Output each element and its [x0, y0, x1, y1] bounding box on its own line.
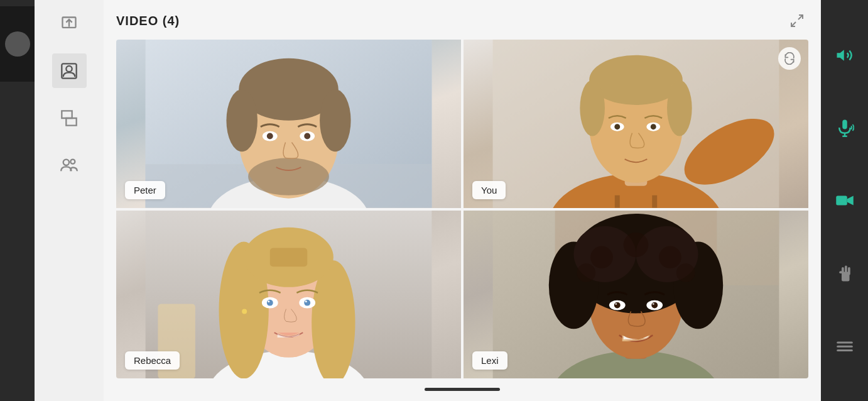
name-label-rebecca: Rebecca	[125, 351, 180, 370]
raise-hand-icon[interactable]	[829, 258, 860, 289]
svg-point-15	[226, 89, 258, 151]
svg-point-52	[242, 309, 247, 314]
video-camera-icon[interactable]	[829, 185, 860, 216]
svg-point-74	[653, 303, 654, 305]
svg-point-67	[659, 246, 681, 268]
upload-icon[interactable]	[52, 6, 87, 41]
svg-point-47	[267, 299, 273, 305]
svg-rect-45	[270, 248, 307, 266]
left-dark-sidebar	[0, 0, 35, 401]
main-video-area: VIDEO (4)	[104, 0, 821, 401]
name-label-lexi: Lexi	[472, 351, 507, 370]
svg-point-3	[66, 65, 72, 71]
svg-point-48	[268, 300, 269, 302]
right-sidebar	[821, 0, 868, 401]
camera-refresh-button[interactable]	[778, 47, 801, 70]
svg-rect-84	[848, 267, 850, 275]
fullscreen-button[interactable]	[786, 9, 808, 32]
svg-line-7	[791, 22, 796, 26]
avatar-area	[0, 6, 35, 82]
menu-icon[interactable]	[829, 330, 860, 361]
svg-rect-82	[842, 267, 844, 275]
svg-point-34	[614, 124, 620, 129]
svg-point-21	[304, 133, 310, 140]
svg-point-64	[577, 263, 595, 282]
svg-rect-79	[836, 195, 847, 205]
svg-point-36	[651, 124, 656, 129]
svg-rect-83	[845, 265, 847, 275]
video-cell-rebecca: Rebecca	[116, 211, 461, 379]
volume-icon[interactable]	[829, 40, 860, 71]
scroll-bar	[425, 388, 500, 391]
svg-point-4	[63, 159, 69, 165]
name-label-peter: Peter	[125, 181, 165, 199]
middle-sidebar	[35, 0, 104, 401]
svg-point-66	[624, 232, 649, 257]
svg-point-70	[614, 302, 621, 308]
chat-icon[interactable]	[52, 101, 87, 135]
scroll-indicator	[116, 378, 808, 395]
svg-point-73	[651, 302, 658, 308]
svg-point-5	[70, 159, 75, 163]
video-grid: Peter	[116, 40, 808, 378]
video-cell-peter: Peter	[116, 40, 461, 208]
svg-rect-85	[839, 271, 842, 273]
svg-marker-75	[837, 50, 844, 61]
svg-point-31	[580, 80, 605, 136]
microphone-icon[interactable]	[829, 112, 860, 143]
video-cell-lexi: Lexi	[464, 211, 808, 379]
svg-point-50	[304, 299, 310, 305]
video-header: VIDEO (4)	[116, 9, 808, 32]
svg-marker-80	[847, 195, 853, 205]
svg-point-19	[267, 133, 273, 140]
svg-point-71	[615, 303, 617, 305]
svg-point-16	[320, 89, 351, 151]
svg-point-68	[676, 263, 695, 282]
svg-line-6	[798, 15, 803, 19]
svg-point-17	[248, 158, 329, 195]
video-cell-you: You	[464, 40, 808, 208]
video-title: VIDEO (4)	[116, 14, 180, 28]
svg-point-32	[667, 80, 692, 136]
svg-rect-76	[842, 120, 847, 129]
user-avatar	[5, 31, 30, 57]
person-icon[interactable]	[52, 53, 87, 88]
name-label-you: You	[472, 181, 506, 199]
svg-point-65	[590, 246, 613, 268]
svg-point-51	[305, 300, 307, 302]
people-icon[interactable]	[52, 148, 87, 182]
